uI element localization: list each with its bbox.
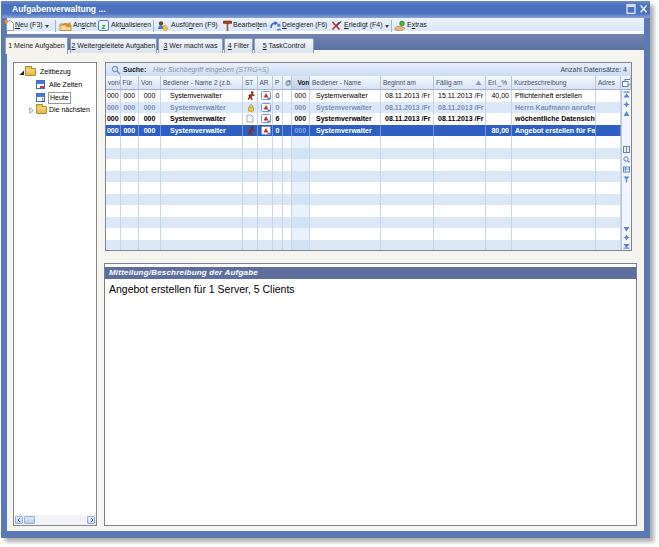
svg-text:z: z [102, 22, 106, 31]
